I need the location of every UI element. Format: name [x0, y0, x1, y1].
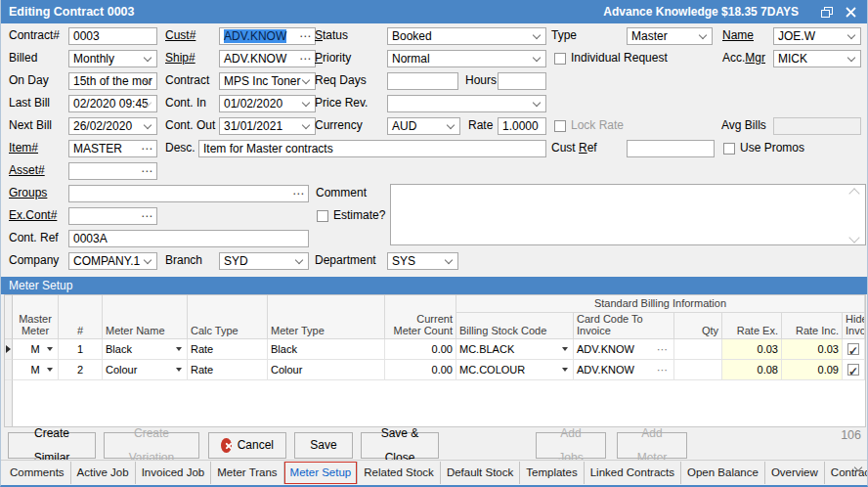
ex-cont-number-label[interactable]: Ex.Cont#: [9, 207, 57, 224]
tab-templates[interactable]: Templates: [520, 462, 584, 484]
desc-input[interactable]: Item for Master contracts: [198, 140, 546, 157]
tab-contract-variations[interactable]: Contract Variations: [825, 462, 868, 484]
cell-card-code[interactable]: ADV.KNOW: [574, 339, 674, 360]
cell-master-meter[interactable]: M: [13, 360, 59, 380]
cell-meter-type[interactable]: Colour: [268, 360, 385, 380]
cell-current-meter-count[interactable]: 0.00: [385, 360, 456, 380]
card-code-ellipsis-icon[interactable]: [657, 339, 668, 359]
acc-mgr-select[interactable]: MICK: [773, 50, 861, 67]
tab-related-stock[interactable]: Related Stock: [358, 462, 441, 484]
cell-qty[interactable]: [674, 339, 722, 360]
type-select[interactable]: Master: [627, 27, 713, 45]
col-header-master-meter[interactable]: Master Meter: [13, 295, 59, 339]
hours-input[interactable]: [498, 72, 546, 90]
department-select[interactable]: SYS: [387, 252, 458, 270]
cell-rate-inc[interactable]: 0.03: [782, 339, 843, 360]
lock-rate-checkbox[interactable]: [554, 120, 566, 132]
save-and-close-button[interactable]: Save & Close: [361, 432, 439, 459]
create-variation-button[interactable]: Create Variation: [104, 432, 199, 459]
tab-invoiced-job[interactable]: Invoiced Job: [136, 462, 212, 484]
name-label[interactable]: Name: [722, 27, 754, 44]
col-header-meter-type[interactable]: Meter Type: [268, 295, 385, 339]
cont-ref-input[interactable]: 0003A: [68, 230, 309, 247]
cont-out-select[interactable]: 31/01/2021: [219, 117, 316, 135]
ex-cont-number-input[interactable]: [68, 207, 157, 225]
cell-current-meter-count[interactable]: 0.00: [385, 339, 456, 360]
individual-request-checkbox[interactable]: [554, 53, 566, 65]
col-header-rate-inc[interactable]: Rate Inc.: [782, 313, 843, 339]
tab-open-balance[interactable]: Open Balance: [681, 462, 765, 484]
cont-in-select[interactable]: 01/02/2020: [219, 95, 316, 112]
next-bill-select[interactable]: 26/02/2020: [68, 117, 157, 135]
col-header-calc-type[interactable]: Calc Type: [188, 295, 268, 339]
price-rev-select[interactable]: [387, 95, 546, 112]
asset-lookup-ellipsis-icon[interactable]: [141, 164, 152, 178]
hide-invoice-checkbox[interactable]: [847, 343, 859, 355]
cust-ref-input[interactable]: [627, 140, 715, 157]
cust-number-label[interactable]: Cust#: [165, 27, 195, 44]
rate-input[interactable]: 1.0000: [498, 117, 546, 135]
cancel-button[interactable]: Cancel: [208, 432, 286, 459]
restore-window-button[interactable]: [818, 3, 836, 21]
cell-billing-stock-code[interactable]: MC.COLOUR: [456, 360, 574, 380]
col-header-card-code-to-invoice[interactable]: Card Code To Invoice: [574, 313, 674, 339]
cell-card-code[interactable]: ADV.KNOW: [574, 360, 674, 380]
ship-number-label[interactable]: Ship#: [165, 50, 195, 66]
currency-select[interactable]: AUD: [387, 117, 460, 135]
groups-label[interactable]: Groups: [9, 185, 47, 201]
cell-meter-type[interactable]: Black: [268, 339, 385, 360]
cell-meter-name[interactable]: Black: [103, 339, 188, 360]
card-code-ellipsis-icon[interactable]: [657, 360, 668, 379]
estimate-checkbox[interactable]: [317, 210, 328, 222]
create-similar-button[interactable]: Create Similar: [8, 432, 96, 459]
name-select[interactable]: JOE.W: [773, 27, 861, 45]
col-header-number[interactable]: #: [59, 295, 103, 339]
tab-meter-setup[interactable]: Meter Setup: [284, 462, 359, 484]
last-bill-select[interactable]: 02/2020 09:45: [68, 95, 157, 112]
asset-number-input[interactable]: [68, 162, 157, 180]
status-select[interactable]: Booked: [387, 27, 546, 45]
col-header-billing-stock-code[interactable]: Billing Stock Code: [456, 313, 574, 339]
col-header-qty[interactable]: Qty: [674, 313, 722, 339]
save-button[interactable]: Save: [294, 432, 353, 459]
cust-number-input[interactable]: ADV.KNOW: [219, 27, 316, 45]
ship-number-input[interactable]: ADV.KNOW: [219, 50, 316, 67]
tab-overview[interactable]: Overview: [765, 462, 825, 484]
req-days-input[interactable]: [387, 72, 458, 90]
contract-number-input[interactable]: 0003: [68, 27, 157, 45]
col-header-meter-name[interactable]: Meter Name: [103, 295, 188, 339]
groups-input[interactable]: [68, 185, 309, 202]
cell-rate-ex[interactable]: 0.03: [722, 339, 782, 360]
tab-comments[interactable]: Comments: [4, 462, 71, 484]
tab-meter-trans[interactable]: Meter Trans: [211, 462, 283, 484]
asset-number-label[interactable]: Asset#: [9, 162, 45, 179]
cell-meter-name[interactable]: Colour: [103, 360, 188, 380]
tab-linked-contracts[interactable]: Linked Contracts: [585, 462, 681, 484]
ship-lookup-ellipsis-icon[interactable]: [299, 52, 311, 66]
tab-active-job[interactable]: Active Job: [71, 462, 136, 484]
on-day-select[interactable]: 15th of the mor: [68, 72, 157, 90]
item-number-label[interactable]: Item#: [9, 140, 38, 156]
close-window-button[interactable]: [842, 3, 859, 21]
cust-lookup-ellipsis-icon[interactable]: [299, 29, 311, 43]
cell-calc-type[interactable]: Rate: [188, 339, 268, 360]
acc-mgr-label[interactable]: Acc.Mgr: [722, 50, 765, 66]
hide-invoice-checkbox[interactable]: [847, 364, 859, 376]
cell-rate-ex[interactable]: 0.08: [722, 360, 782, 380]
cell-rate-inc[interactable]: 0.09: [782, 360, 843, 380]
col-header-current-meter-count[interactable]: Current Meter Count: [385, 295, 456, 339]
use-promos-checkbox[interactable]: [723, 143, 735, 155]
contract-type-select[interactable]: MPS Inc Toner: [219, 72, 316, 90]
ex-cont-lookup-ellipsis-icon[interactable]: [141, 209, 152, 223]
company-select[interactable]: COMPANY.1: [68, 252, 157, 270]
tab-default-stock[interactable]: Default Stock: [441, 462, 520, 484]
priority-select[interactable]: Normal: [387, 50, 546, 67]
cell-billing-stock-code[interactable]: MC.BLACK: [456, 339, 574, 360]
comment-textarea[interactable]: [390, 184, 866, 245]
branch-select[interactable]: SYD: [219, 252, 309, 270]
add-jobs-button[interactable]: Add Jobs: [536, 432, 606, 459]
cell-number[interactable]: 2: [59, 360, 103, 380]
col-header-hide-invoice[interactable]: Hide Invc: [843, 313, 865, 339]
billed-select[interactable]: Monthly: [68, 50, 157, 67]
cell-qty[interactable]: [674, 360, 722, 380]
